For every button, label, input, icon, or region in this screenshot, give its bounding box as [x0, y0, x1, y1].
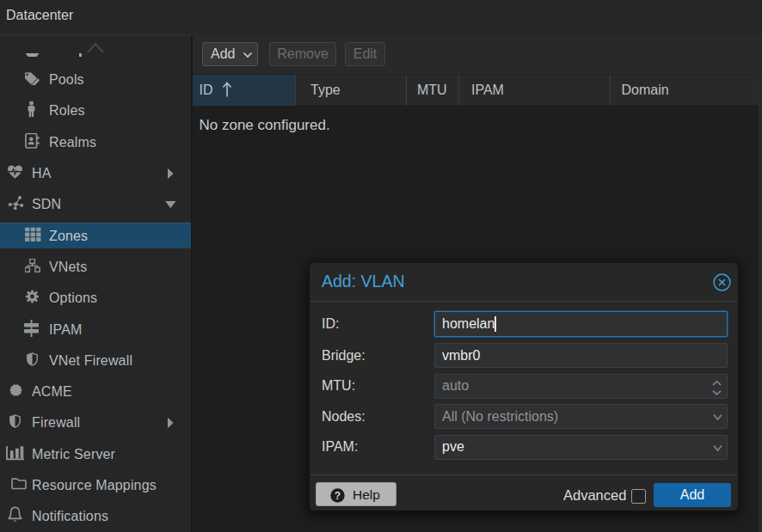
svg-text:?: ?	[335, 489, 341, 501]
